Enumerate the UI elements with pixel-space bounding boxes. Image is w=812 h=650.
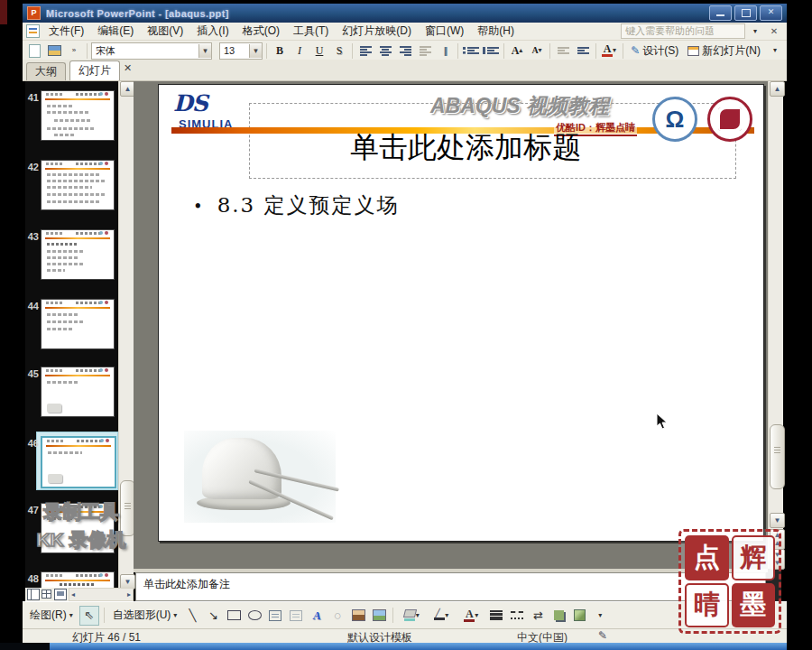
new-document-button[interactable] xyxy=(25,42,43,60)
dash-style-button[interactable] xyxy=(508,607,526,625)
seal-char-top-left: 点 xyxy=(685,535,729,580)
minimize-button[interactable] xyxy=(709,5,732,21)
toolbar-overflow-icon[interactable]: ▾ xyxy=(766,42,784,60)
help-dropdown-icon[interactable]: ▾ xyxy=(746,23,764,40)
thumbnail-slide-41[interactable] xyxy=(41,90,115,141)
underline-button[interactable]: U xyxy=(310,42,328,60)
autoshapes-menu-button[interactable]: 自选图形(U)▾ xyxy=(109,607,181,624)
textbox-tool-button[interactable] xyxy=(266,607,284,625)
slide-canvas[interactable]: DS SIMULIA ABAQUS 视频教程 优酷ID：辉墨点睛 单击此处添加标… xyxy=(158,84,764,542)
decrease-indent-button[interactable] xyxy=(554,42,572,60)
thumbnail-slide-46-selected[interactable] xyxy=(41,436,116,488)
thumbnails-horizontal-scrollbar[interactable]: ◂ ▸ xyxy=(69,588,134,601)
body-bullet-item[interactable]: •8.3 定义预定义场 xyxy=(193,191,400,219)
title-placeholder-text[interactable]: 单击此处添加标题 xyxy=(254,128,678,168)
letterbox-right xyxy=(787,0,812,650)
diagram-button[interactable]: ◌ xyxy=(328,607,346,625)
justify-button[interactable] xyxy=(416,42,434,60)
scroll-down-icon[interactable]: ▼ xyxy=(770,513,785,528)
menu-tools[interactable]: 工具(T) xyxy=(287,22,335,41)
close-pane-icon[interactable]: ✕ xyxy=(124,62,132,74)
thumbnail-slide-45[interactable] xyxy=(41,367,115,417)
arrow-icon: ↘ xyxy=(208,608,218,622)
close-button[interactable]: ✕ xyxy=(760,5,782,21)
threed-style-button[interactable] xyxy=(570,607,588,625)
tab-outline[interactable]: 大纲 xyxy=(26,62,66,80)
chevron-down-icon: ▾ xyxy=(445,612,448,619)
vertical-textbox-icon xyxy=(290,610,302,621)
draw-font-color-button[interactable]: A ▾ xyxy=(457,607,484,625)
font-color-button[interactable]: A ▾ xyxy=(600,42,618,60)
toolbar-options-chevron[interactable]: » xyxy=(65,42,83,60)
scroll-up-icon[interactable]: ▲ xyxy=(770,81,785,97)
menu-edit[interactable]: 编辑(E) xyxy=(91,22,140,41)
drawbar-overflow-icon[interactable]: ▾ xyxy=(591,607,609,624)
maximize-button[interactable] xyxy=(734,5,757,21)
scroll-left-icon[interactable]: ◂ xyxy=(71,590,75,599)
select-objects-button[interactable]: ⇖ xyxy=(79,606,99,626)
menu-window[interactable]: 窗口(W) xyxy=(419,22,470,41)
line-style-button[interactable] xyxy=(487,607,505,625)
design-button[interactable]: ✎ 设计(S) xyxy=(627,42,682,60)
italic-button[interactable]: I xyxy=(291,42,309,60)
slide-sorter-view-button[interactable] xyxy=(42,590,52,599)
align-center-button[interactable] xyxy=(376,42,394,60)
tab-slides[interactable]: 幻灯片 xyxy=(69,60,120,80)
rectangle-tool-button[interactable] xyxy=(225,607,243,625)
open-button[interactable] xyxy=(45,42,63,60)
text-shadow-button[interactable]: S xyxy=(330,42,348,60)
increase-indent-button[interactable] xyxy=(574,42,592,60)
numbered-list-icon xyxy=(463,47,479,54)
align-left-button[interactable] xyxy=(356,42,374,60)
menu-insert[interactable]: 插入(I) xyxy=(190,22,235,41)
oval-tool-button[interactable] xyxy=(245,607,263,625)
text-direction-button[interactable]: ||| xyxy=(436,42,454,60)
wordart-button[interactable]: A xyxy=(308,607,326,625)
close-document-button[interactable]: ✕ xyxy=(765,23,783,40)
turret-3d-image[interactable] xyxy=(184,431,336,523)
video-edge-artifact xyxy=(0,0,7,24)
numbered-list-button[interactable] xyxy=(462,42,480,60)
menu-file[interactable]: 文件(F) xyxy=(42,22,90,41)
slideshow-view-button[interactable] xyxy=(54,589,67,600)
fill-color-button[interactable]: ▾ xyxy=(398,607,425,625)
font-size-combobox[interactable]: 13 ▾ xyxy=(219,42,263,60)
line-tool-button[interactable]: ╲ xyxy=(183,607,201,625)
normal-view-button[interactable] xyxy=(27,589,40,600)
thumbnail-slide-42[interactable] xyxy=(41,160,115,210)
notes-pane[interactable]: 单击此处添加备注 xyxy=(135,572,766,601)
arrow-style-button[interactable]: ⇄ xyxy=(529,607,547,625)
vertical-textbox-button[interactable] xyxy=(287,607,305,625)
draw-menu-button[interactable]: 绘图(R)▾ xyxy=(26,607,77,624)
menu-slideshow[interactable]: 幻灯片放映(D) xyxy=(336,22,418,41)
bold-button[interactable]: B xyxy=(271,42,289,60)
bullet-text: 8.3 定义预定义场 xyxy=(217,193,400,217)
status-bar: 幻灯片 46 / 51 默认设计模板 中文(中国) ✎ xyxy=(23,628,787,643)
formatting-toolbar: » 宋体 ▾ 13 ▾ B I U S ||| A▴ A▾ A xyxy=(23,41,787,61)
increase-font-button[interactable]: A▴ xyxy=(508,42,526,60)
menu-format[interactable]: 格式(O) xyxy=(236,22,286,41)
align-right-button[interactable] xyxy=(396,42,414,60)
menu-view[interactable]: 视图(V) xyxy=(141,22,189,41)
scroll-right-icon[interactable]: ▸ xyxy=(127,590,131,599)
new-slide-button[interactable]: 新幻灯片(N) xyxy=(684,42,764,60)
clipart-button[interactable] xyxy=(349,607,367,625)
bullet-list-button[interactable] xyxy=(482,42,500,60)
decrease-font-button[interactable]: A▾ xyxy=(528,42,546,60)
font-name-combobox[interactable]: 宋体 ▾ xyxy=(91,42,212,60)
arrow-tool-button[interactable]: ↘ xyxy=(204,607,222,625)
chevron-down-icon[interactable]: ▾ xyxy=(249,44,262,58)
menu-help[interactable]: 帮助(H) xyxy=(471,22,521,41)
chevron-down-icon[interactable]: ▾ xyxy=(198,44,211,58)
slide-scrollbar[interactable]: ▲ ▼ ▲▲ ▼▼ xyxy=(768,81,783,569)
line-color-button[interactable]: ╱ ▾ xyxy=(428,607,455,625)
slide-scrollbar-thumb[interactable] xyxy=(770,424,785,489)
insert-picture-button[interactable] xyxy=(370,607,388,625)
drawing-toolbar: 绘图(R)▾ ⇖ 自选图形(U)▾ ╲ ↘ A ◌ ▾ ╱ ▾ xyxy=(23,601,787,628)
window-title: Microsoft PowerPoint - [abaqus.ppt] xyxy=(46,8,706,19)
thumbnail-slide-44[interactable] xyxy=(41,299,115,349)
thumbnail-slide-43[interactable] xyxy=(41,229,115,280)
thumbnail-slide-48[interactable] xyxy=(41,571,115,588)
help-question-input[interactable]: 键入需要帮助的问题 xyxy=(621,23,745,39)
shadow-style-button[interactable] xyxy=(549,607,567,625)
